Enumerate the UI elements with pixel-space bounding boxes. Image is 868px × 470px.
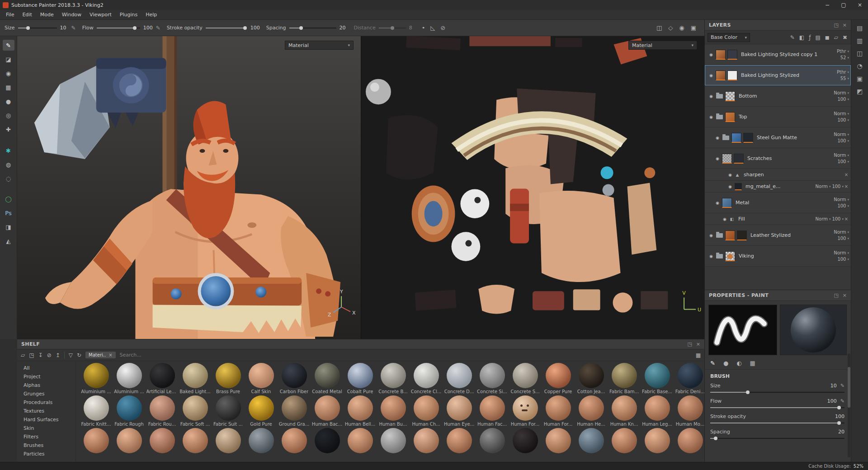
layer-row[interactable]: ◉ mg_metal_e... Norm▾ 10 — [705, 181, 851, 193]
projection-tool-icon[interactable]: ◉ — [3, 68, 14, 79]
shelf-category-item[interactable]: All — [17, 364, 75, 372]
layer-thumbnail[interactable] — [725, 91, 735, 101]
add-mask-icon[interactable]: ◧ — [799, 34, 804, 41]
menu-item[interactable]: Plugins — [116, 10, 142, 19]
menu-item[interactable]: Window — [58, 10, 85, 19]
material-item[interactable] — [179, 428, 212, 454]
remove-effect-icon[interactable]: × — [844, 184, 849, 189]
shelf-category-item[interactable]: Procedurals — [17, 398, 75, 407]
iray-icon[interactable]: ◨ — [3, 221, 14, 232]
material-item[interactable]: Human For... — [509, 395, 542, 427]
pencil-icon[interactable]: ✎ — [790, 34, 795, 41]
remove-filter-icon[interactable]: × — [108, 352, 112, 357]
eraser-tool-icon[interactable]: ◪ — [3, 54, 14, 65]
close-icon[interactable]: × — [843, 22, 847, 28]
material-item[interactable] — [80, 428, 113, 454]
material-item[interactable] — [410, 428, 443, 454]
layer-thumbnail[interactable] — [716, 50, 726, 60]
viewport-2d-mode-select[interactable]: Material — [628, 41, 697, 50]
material-item[interactable]: Concrete Cl... — [410, 363, 443, 394]
visibility-toggle-icon[interactable]: ◉ — [714, 136, 721, 140]
material-item[interactable]: Coated Metal — [311, 363, 344, 394]
visibility-toggle-icon[interactable]: ◉ — [708, 233, 715, 238]
material-item[interactable]: Human Fac... — [476, 395, 509, 427]
layer-mask-thumbnail[interactable] — [727, 70, 737, 80]
material-item[interactable]: Fabric Rough — [113, 395, 146, 427]
slider-track[interactable] — [379, 26, 406, 30]
blend-mode-select[interactable]: Norm▾ — [816, 184, 831, 189]
layer-row[interactable]: ◉ Scratches Norm▾ 100▾ — [705, 148, 851, 169]
layer-row[interactable]: ◉ ◧ Fill Norm▾ 100▾ — [705, 213, 851, 225]
symmetry-icon[interactable]: ◫ — [656, 24, 662, 31]
slider-knob[interactable] — [837, 421, 841, 425]
material-item[interactable] — [344, 428, 377, 454]
menu-item[interactable]: Mode — [36, 10, 58, 19]
pop-out-icon[interactable]: ◳ — [687, 341, 692, 347]
screenshot-icon[interactable]: ▣ — [691, 24, 696, 31]
viewport-2d-canvas[interactable]: VU Material — [361, 36, 704, 339]
shelf-category-item[interactable]: Hard Surfaces — [17, 415, 75, 424]
layer-mask-thumbnail[interactable] — [737, 230, 747, 240]
search-input[interactable] — [120, 352, 692, 358]
material-item[interactable] — [608, 428, 641, 454]
layer-row[interactable]: ◉ ▲ sharpen × — [705, 169, 851, 181]
visibility-toggle-icon[interactable]: ◉ — [714, 201, 721, 205]
blend-mode-select[interactable]: Norm▾ — [816, 216, 831, 221]
opacity-select[interactable]: 100▾ — [837, 97, 849, 102]
materials-filter-chip[interactable]: Materi.. × — [85, 352, 115, 358]
add-fill-layer-icon[interactable]: ◼ — [825, 34, 830, 41]
opacity-select[interactable]: 100▾ — [837, 203, 849, 208]
slider-track[interactable] — [18, 26, 57, 30]
minimize-button[interactable]: − — [819, 0, 835, 10]
layer-mask-thumbnail[interactable] — [743, 133, 753, 143]
paint-tool-icon[interactable]: ✎ — [3, 40, 14, 51]
pop-out-icon[interactable]: ◳ — [834, 22, 838, 28]
material-picker-tool-icon[interactable]: ✚ — [3, 124, 14, 135]
material-item[interactable] — [212, 428, 245, 454]
display-panel-icon[interactable]: ▣ — [857, 75, 863, 82]
material-item[interactable] — [113, 428, 146, 454]
slider-track[interactable] — [206, 26, 247, 30]
blend-mode-select[interactable]: Norm▾ — [834, 197, 849, 202]
material-item[interactable]: Brass Pure — [212, 363, 245, 394]
visibility-toggle-icon[interactable]: ◉ — [708, 254, 715, 258]
resources-updates-icon[interactable]: ◌ — [3, 173, 14, 184]
visibility-toggle-icon[interactable]: ◉ — [708, 115, 715, 119]
visibility-toggle-icon[interactable]: ◉ — [714, 156, 721, 161]
material-item[interactable]: Human Bu... — [377, 395, 410, 427]
shelf-category-item[interactable]: Alphas — [17, 381, 75, 390]
properties-scrollbar[interactable] — [848, 353, 850, 457]
material-item[interactable]: Fabric Base... — [641, 363, 674, 394]
remove-effect-icon[interactable]: × — [844, 216, 849, 221]
slider-knob[interactable] — [133, 26, 137, 30]
export-resources-icon[interactable]: ↥ — [56, 352, 60, 358]
shelf-category-item[interactable]: Grunges — [17, 390, 75, 398]
slider-track[interactable] — [710, 436, 844, 441]
material-item[interactable]: Concrete D... — [443, 363, 476, 394]
maximize-button[interactable]: ▢ — [835, 0, 852, 10]
opacity-select[interactable]: 100▾ — [832, 216, 844, 221]
material-item[interactable] — [476, 428, 509, 454]
pressure-toggle-icon[interactable]: ✎ — [840, 398, 844, 404]
material-item[interactable]: Human For... — [542, 395, 575, 427]
material-item[interactable]: Human He... — [575, 395, 608, 427]
display-settings-icon[interactable]: ◭ — [3, 235, 14, 246]
layer-row[interactable]: ◉ Steel Gun Matte Norm▾ — [705, 127, 851, 148]
layers-panel-icon[interactable]: ▥ — [857, 37, 863, 44]
layer-row[interactable]: ◉ Top Norm▾ 100▾ — [705, 107, 851, 127]
layer-row[interactable]: ◉ Bottom Norm▾ 100▾ — [705, 86, 851, 107]
visibility-toggle-icon[interactable]: ◉ — [721, 217, 728, 221]
layer-mask-thumbnail[interactable] — [727, 50, 737, 60]
slider-knob[interactable] — [391, 26, 394, 30]
material-item[interactable] — [641, 428, 674, 454]
shelf-category-item[interactable]: Project — [17, 372, 75, 381]
polygon-fill-tool-icon[interactable]: ▦ — [3, 82, 14, 93]
material-item[interactable]: Human Ch... — [410, 395, 443, 427]
layer-row[interactable]: ◉ Baked Lighting Stylized copy 1 Pthr▾ — [705, 44, 851, 65]
delete-layer-icon[interactable]: ✖ — [843, 34, 847, 41]
material-item[interactable]: Ground Gra... — [278, 395, 311, 427]
material-item[interactable]: Concrete S... — [509, 363, 542, 394]
slider-track[interactable] — [710, 405, 844, 410]
filter-icon[interactable]: ▽ — [69, 352, 73, 358]
blend-mode-select[interactable]: Pthr▾ — [837, 70, 849, 75]
